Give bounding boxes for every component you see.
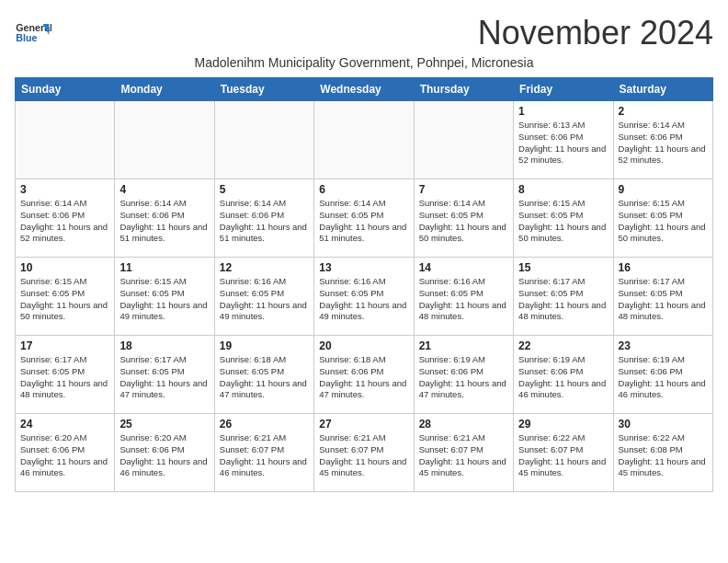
day-number: 8 xyxy=(518,183,608,196)
cell-line: Sunrise: 6:21 AM xyxy=(319,432,385,442)
calendar-cell: 28Sunrise: 6:21 AMSunset: 6:07 PMDayligh… xyxy=(414,414,513,492)
cell-line: Sunrise: 6:13 AM xyxy=(518,120,585,130)
cell-line: Daylight: 11 hours and 50 minutes. xyxy=(419,222,506,244)
calendar-cell: 30Sunrise: 6:22 AMSunset: 6:08 PMDayligh… xyxy=(613,414,712,492)
cell-content: Sunrise: 6:20 AMSunset: 6:06 PMDaylight:… xyxy=(20,432,109,479)
day-number: 25 xyxy=(119,418,209,431)
cell-line: Daylight: 11 hours and 46 minutes. xyxy=(119,456,207,478)
week-row-5: 24Sunrise: 6:20 AMSunset: 6:06 PMDayligh… xyxy=(16,414,713,492)
day-number: 1 xyxy=(518,105,608,118)
day-number: 7 xyxy=(419,183,508,196)
cell-line: Sunset: 6:06 PM xyxy=(518,366,583,376)
weekday-header-sunday: Sunday xyxy=(16,78,115,101)
weekday-header-thursday: Thursday xyxy=(414,78,513,101)
calendar-cell: 22Sunrise: 6:19 AMSunset: 6:06 PMDayligh… xyxy=(514,336,613,414)
logo: General Blue xyxy=(15,15,51,52)
cell-line: Sunrise: 6:22 AM xyxy=(518,432,585,442)
day-number: 20 xyxy=(319,339,408,352)
calendar-cell: 1Sunrise: 6:13 AMSunset: 6:06 PMDaylight… xyxy=(514,101,613,179)
calendar-cell: 21Sunrise: 6:19 AMSunset: 6:06 PMDayligh… xyxy=(414,336,513,414)
day-number: 4 xyxy=(119,183,209,196)
cell-line: Sunrise: 6:17 AM xyxy=(518,276,585,286)
week-row-2: 3Sunrise: 6:14 AMSunset: 6:06 PMDaylight… xyxy=(16,179,713,258)
cell-line: Daylight: 11 hours and 47 minutes. xyxy=(319,378,406,400)
cell-line: Sunset: 6:06 PM xyxy=(119,444,184,454)
cell-line: Sunrise: 6:14 AM xyxy=(220,198,286,208)
calendar-cell: 11Sunrise: 6:15 AMSunset: 6:05 PMDayligh… xyxy=(115,258,214,336)
cell-content: Sunrise: 6:18 AMSunset: 6:05 PMDaylight:… xyxy=(220,354,309,401)
cell-content: Sunrise: 6:15 AMSunset: 6:05 PMDaylight:… xyxy=(119,276,209,323)
cell-line: Sunset: 6:06 PM xyxy=(619,366,683,376)
cell-line: Sunrise: 6:14 AM xyxy=(119,198,186,208)
cell-line: Daylight: 11 hours and 45 minutes. xyxy=(319,456,406,478)
calendar-cell: 9Sunrise: 6:15 AMSunset: 6:05 PMDaylight… xyxy=(613,179,712,258)
cell-line: Sunset: 6:07 PM xyxy=(319,444,383,454)
cell-content: Sunrise: 6:14 AMSunset: 6:06 PMDaylight:… xyxy=(119,198,209,245)
subtitle: Madolenihm Municipality Government, Pohn… xyxy=(15,55,713,70)
cell-content: Sunrise: 6:13 AMSunset: 6:06 PMDaylight:… xyxy=(518,120,608,167)
weekday-header-row: SundayMondayTuesdayWednesdayThursdayFrid… xyxy=(16,78,713,101)
cell-content: Sunrise: 6:17 AMSunset: 6:05 PMDaylight:… xyxy=(119,354,209,401)
cell-content: Sunrise: 6:19 AMSunset: 6:06 PMDaylight:… xyxy=(619,354,708,401)
cell-content: Sunrise: 6:16 AMSunset: 6:05 PMDaylight:… xyxy=(319,276,408,323)
cell-line: Sunset: 6:05 PM xyxy=(619,288,683,298)
cell-line: Sunrise: 6:22 AM xyxy=(619,432,685,442)
cell-line: Sunrise: 6:20 AM xyxy=(20,432,86,442)
calendar-cell: 19Sunrise: 6:18 AMSunset: 6:05 PMDayligh… xyxy=(214,336,313,414)
cell-line: Sunset: 6:05 PM xyxy=(419,288,483,298)
cell-line: Sunrise: 6:21 AM xyxy=(220,432,286,442)
weekday-header-saturday: Saturday xyxy=(613,78,712,101)
cell-line: Sunrise: 6:14 AM xyxy=(619,120,685,130)
calendar-cell: 2Sunrise: 6:14 AMSunset: 6:06 PMDaylight… xyxy=(613,101,712,179)
calendar-cell: 16Sunrise: 6:17 AMSunset: 6:05 PMDayligh… xyxy=(613,258,712,336)
day-number: 3 xyxy=(20,183,109,196)
cell-line: Sunrise: 6:16 AM xyxy=(220,276,286,286)
cell-line: Sunset: 6:05 PM xyxy=(20,366,85,376)
cell-content: Sunrise: 6:15 AMSunset: 6:05 PMDaylight:… xyxy=(518,198,608,245)
title-block: November 2024 xyxy=(478,15,713,52)
cell-line: Sunset: 6:08 PM xyxy=(619,444,683,454)
cell-content: Sunrise: 6:16 AMSunset: 6:05 PMDaylight:… xyxy=(220,276,309,323)
cell-line: Sunset: 6:06 PM xyxy=(220,210,284,220)
cell-line: Sunset: 6:06 PM xyxy=(518,132,583,142)
calendar-cell xyxy=(16,101,115,179)
cell-line: Sunset: 6:05 PM xyxy=(119,288,184,298)
cell-line: Sunset: 6:05 PM xyxy=(319,210,383,220)
cell-line: Sunrise: 6:15 AM xyxy=(518,198,585,208)
cell-content: Sunrise: 6:14 AMSunset: 6:06 PMDaylight:… xyxy=(619,120,708,167)
calendar-cell: 8Sunrise: 6:15 AMSunset: 6:05 PMDaylight… xyxy=(514,179,613,258)
day-number: 28 xyxy=(419,418,508,431)
day-number: 19 xyxy=(220,339,309,352)
cell-content: Sunrise: 6:14 AMSunset: 6:06 PMDaylight:… xyxy=(20,198,109,245)
cell-line: Daylight: 11 hours and 46 minutes. xyxy=(20,456,108,478)
cell-line: Sunrise: 6:14 AM xyxy=(20,198,86,208)
cell-content: Sunrise: 6:16 AMSunset: 6:05 PMDaylight:… xyxy=(419,276,508,323)
cell-line: Sunset: 6:05 PM xyxy=(518,288,583,298)
cell-line: Daylight: 11 hours and 48 minutes. xyxy=(419,300,506,322)
cell-line: Daylight: 11 hours and 49 minutes. xyxy=(319,300,406,322)
calendar-cell: 18Sunrise: 6:17 AMSunset: 6:05 PMDayligh… xyxy=(115,336,214,414)
cell-line: Sunrise: 6:18 AM xyxy=(319,354,385,364)
day-number: 5 xyxy=(220,183,309,196)
cell-line: Daylight: 11 hours and 46 minutes. xyxy=(518,378,606,400)
day-number: 2 xyxy=(619,105,708,118)
calendar-cell xyxy=(115,101,214,179)
cell-line: Daylight: 11 hours and 49 minutes. xyxy=(220,300,307,322)
cell-line: Sunrise: 6:16 AM xyxy=(419,276,485,286)
logo-icon: General Blue xyxy=(15,15,51,52)
cell-line: Sunset: 6:07 PM xyxy=(220,444,284,454)
day-number: 11 xyxy=(119,261,209,274)
calendar-cell: 6Sunrise: 6:14 AMSunset: 6:05 PMDaylight… xyxy=(314,179,414,258)
cell-line: Daylight: 11 hours and 50 minutes. xyxy=(20,300,108,322)
day-number: 21 xyxy=(419,339,508,352)
cell-line: Sunrise: 6:19 AM xyxy=(518,354,585,364)
cell-line: Daylight: 11 hours and 51 minutes. xyxy=(319,222,406,244)
calendar-cell xyxy=(414,101,513,179)
weekday-header-wednesday: Wednesday xyxy=(314,78,414,101)
cell-line: Sunset: 6:05 PM xyxy=(220,288,284,298)
week-row-1: 1Sunrise: 6:13 AMSunset: 6:06 PMDaylight… xyxy=(16,101,713,179)
cell-content: Sunrise: 6:14 AMSunset: 6:05 PMDaylight:… xyxy=(319,198,408,245)
cell-line: Sunrise: 6:18 AM xyxy=(220,354,286,364)
cell-content: Sunrise: 6:22 AMSunset: 6:07 PMDaylight:… xyxy=(518,432,608,479)
cell-line: Sunset: 6:07 PM xyxy=(419,444,483,454)
